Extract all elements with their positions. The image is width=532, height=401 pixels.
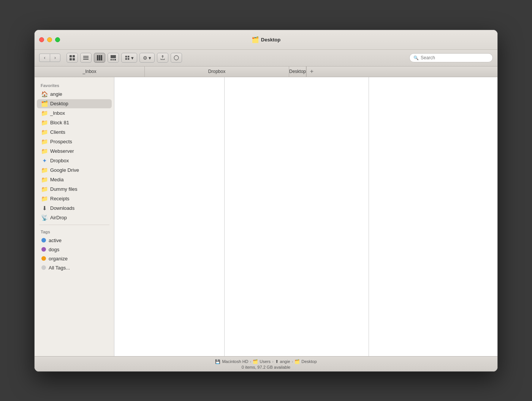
svg-rect-10 xyxy=(111,55,116,58)
sidebar-item-label: Desktop xyxy=(50,101,68,106)
airdrop-icon: 📡 xyxy=(41,215,48,221)
sidebar-item-clients[interactable]: 📁 Clients xyxy=(37,128,112,137)
sidebar-item-label: Downloads xyxy=(50,205,74,211)
folder-icon: 🗂️ xyxy=(41,101,48,107)
sidebar-tag-all[interactable]: All Tags... xyxy=(37,263,112,272)
sidebar-item-inbox[interactable]: 📁 _Inbox xyxy=(37,109,112,118)
column-desktop xyxy=(369,77,497,356)
search-input[interactable] xyxy=(421,55,489,60)
add-column-button[interactable]: + xyxy=(306,67,317,77)
sidebar-item-downloads[interactable]: ⬇ Downloads xyxy=(37,204,112,213)
svg-rect-8 xyxy=(99,55,100,60)
column-dropbox xyxy=(225,77,369,356)
search-box[interactable]: 🔍 xyxy=(409,53,493,62)
svg-rect-17 xyxy=(128,58,129,60)
column-header-inbox[interactable]: _Inbox xyxy=(35,67,145,77)
sidebar-item-label: Clients xyxy=(50,129,65,135)
action-button[interactable]: ⚙ ▾ xyxy=(139,53,155,63)
sidebar-tag-organize[interactable]: organize xyxy=(37,254,112,263)
back-button[interactable]: ‹ xyxy=(39,54,50,62)
sidebar-item-label: _Inbox xyxy=(50,110,65,116)
breadcrumb-hd: Macintosh HD xyxy=(222,359,248,364)
column-inbox xyxy=(114,77,225,356)
breadcrumb-angie: angie xyxy=(280,359,290,364)
tag-dot-organize xyxy=(41,256,46,261)
search-icon: 🔍 xyxy=(413,55,419,60)
tag-dot-all xyxy=(41,265,46,270)
sidebar-item-airdrop[interactable]: 📡 AirDrop xyxy=(37,213,112,222)
dropbox-icon: ✦ xyxy=(41,158,48,164)
list-view-button[interactable] xyxy=(80,53,92,63)
sidebar-item-label: Dropbox xyxy=(50,158,69,163)
folder-icon: 📁 xyxy=(41,186,48,192)
folder-icon: 📁 xyxy=(41,110,48,116)
svg-point-18 xyxy=(174,55,179,60)
arrange-button[interactable]: ▾ xyxy=(121,53,137,63)
breadcrumb-users: Users xyxy=(260,359,271,364)
sidebar-item-label: Google Drive xyxy=(50,167,79,173)
sidebar-item-dropbox[interactable]: ✦ Dropbox xyxy=(37,156,112,165)
icon-view-button[interactable] xyxy=(66,53,78,63)
breadcrumb-icon-angie: ⬆ xyxy=(275,359,279,364)
svg-rect-11 xyxy=(111,59,112,60)
sidebar-item-googledrive[interactable]: 📁 Google Drive xyxy=(37,166,112,175)
action-arrow: ▾ xyxy=(149,55,151,61)
tag-dot-active xyxy=(41,238,46,243)
favorites-label: Favorites xyxy=(35,81,114,89)
sidebar-item-label: Media xyxy=(50,177,63,182)
sidebar: Favorites 🏠 angie 🗂️ Desktop 📁 _Inbox 📁 … xyxy=(35,77,114,356)
sidebar-tag-active[interactable]: active xyxy=(37,236,112,245)
sidebar-item-webserver[interactable]: 📁 Webserver xyxy=(37,147,112,156)
home-icon: 🏠 xyxy=(41,91,48,97)
svg-rect-7 xyxy=(97,55,98,60)
sidebar-item-desktop[interactable]: 🗂️ Desktop xyxy=(37,99,112,108)
traffic-lights xyxy=(39,37,60,42)
svg-rect-16 xyxy=(125,58,127,60)
sidebar-item-label: Block 81 xyxy=(50,120,69,125)
sidebar-item-label: Prospects xyxy=(50,139,72,144)
svg-rect-0 xyxy=(70,55,72,57)
minimize-button[interactable] xyxy=(47,37,52,42)
folder-icon: 📁 xyxy=(41,129,48,135)
arrange-arrow: ▾ xyxy=(131,55,134,61)
column-header-desktop[interactable]: Desktop xyxy=(289,67,306,77)
breadcrumb-icon-desktop: 🗂️ xyxy=(294,359,300,364)
share-button[interactable] xyxy=(157,53,168,63)
tag-dot-dogs xyxy=(41,247,46,252)
title-folder-icon: 🗂️ xyxy=(252,36,259,43)
maximize-button[interactable] xyxy=(55,37,60,42)
folder-icon: 📁 xyxy=(41,167,48,173)
folder-icon: 📁 xyxy=(41,148,48,154)
window-title: Desktop xyxy=(261,37,280,43)
sidebar-tag-dogs[interactable]: dogs xyxy=(37,245,112,254)
tags-label: Tags xyxy=(35,227,114,236)
toolbar: ‹ › xyxy=(35,50,497,67)
close-button[interactable] xyxy=(39,37,44,42)
tag-label: active xyxy=(49,238,62,243)
column-view-button[interactable] xyxy=(94,53,105,63)
downloads-icon: ⬇ xyxy=(41,205,48,211)
folder-icon: 📁 xyxy=(41,196,48,202)
sidebar-item-label: Webserver xyxy=(50,148,74,154)
sidebar-item-block81[interactable]: 📁 Block 81 xyxy=(37,118,112,127)
sidebar-item-media[interactable]: 📁 Media xyxy=(37,175,112,184)
sidebar-item-receipts[interactable]: 📁 Receipts xyxy=(37,194,112,203)
sidebar-item-angie[interactable]: 🏠 angie xyxy=(37,90,112,99)
cover-flow-button[interactable] xyxy=(108,53,119,63)
forward-button[interactable]: › xyxy=(50,54,60,62)
sidebar-item-dummyfiles[interactable]: 📁 Dummy files xyxy=(37,185,112,194)
status-bar: 💾 Macintosh HD › 🗂️ Users › ⬆ angie › 🗂️… xyxy=(35,356,497,371)
folder-icon: 📁 xyxy=(41,139,48,145)
breadcrumb-desktop: Desktop xyxy=(301,359,317,364)
tag-label: All Tags... xyxy=(49,265,70,271)
sidebar-item-prospects[interactable]: 📁 Prospects xyxy=(37,137,112,146)
column-headers: _Inbox Dropbox Desktop + xyxy=(35,67,497,77)
sidebar-item-label: Dummy files xyxy=(50,186,78,192)
svg-rect-13 xyxy=(114,59,116,60)
gear-icon: ⚙ xyxy=(143,55,147,61)
svg-rect-14 xyxy=(125,56,127,57)
columns-area xyxy=(114,77,497,356)
column-header-dropbox[interactable]: Dropbox xyxy=(145,67,289,77)
edit-tags-button[interactable] xyxy=(171,53,182,63)
breadcrumb-icon-hd: 💾 xyxy=(215,359,220,364)
